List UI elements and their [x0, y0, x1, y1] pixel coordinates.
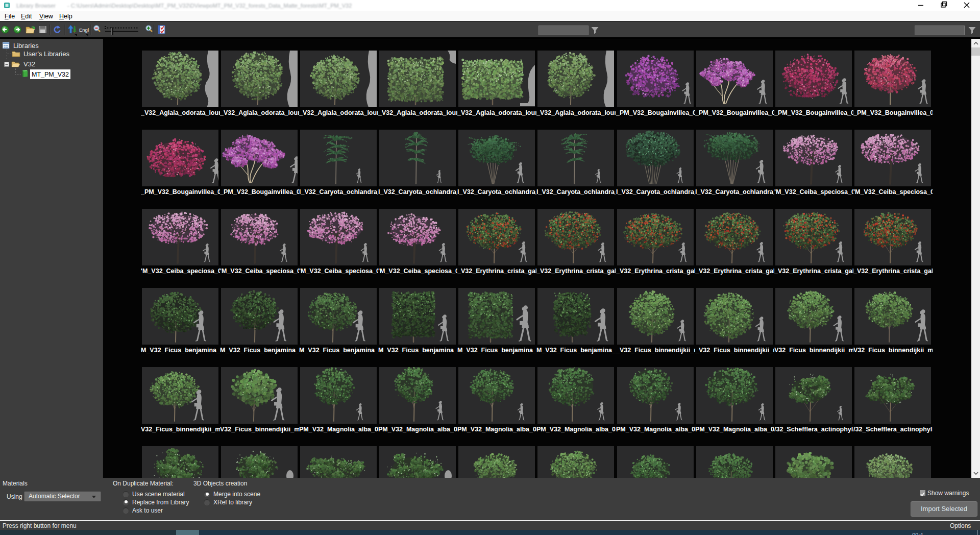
svg-text:Engl: Engl: [79, 27, 89, 33]
